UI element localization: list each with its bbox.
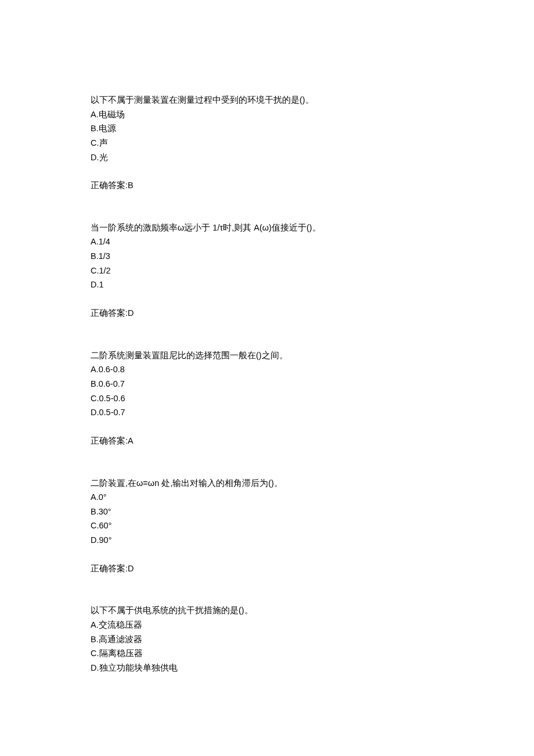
question-option: D.光 — [91, 150, 443, 165]
answer-label: 正确答案: — [91, 564, 128, 573]
question-option: B.1/3 — [91, 249, 443, 264]
question-block: 当一阶系统的激励频率ω远小于 1/τ时,则其 A(ω)值接近于()。 A.1/4… — [91, 221, 443, 321]
answer-value: D — [128, 308, 134, 318]
question-block: 二阶系统测量装置阻尼比的选择范围一般在()之间。 A.0.6-0.8 B.0.6… — [91, 348, 443, 448]
answer-label: 正确答案: — [91, 181, 128, 190]
answer-line: 正确答案:B — [91, 178, 443, 193]
question-stem: 当一阶系统的激励频率ω远小于 1/τ时,则其 A(ω)值接近于()。 — [91, 221, 443, 235]
question-option: C.60° — [91, 519, 443, 533]
answer-label: 正确答案: — [91, 308, 128, 318]
question-option: A.0° — [91, 490, 443, 505]
answer-value: A — [128, 436, 134, 445]
question-option: B.30° — [91, 505, 443, 519]
question-option: A.交流稳压器 — [91, 618, 443, 632]
answer-value: B — [128, 181, 134, 190]
answer-label: 正确答案: — [91, 436, 128, 445]
answer-line: 正确答案:D — [91, 306, 443, 321]
question-block: 以下不属于测量装置在测量过程中受到的环境干扰的是()。 A.电磁场 B.电源 C… — [91, 93, 443, 193]
question-option: D.独立功能块单独供电 — [91, 661, 443, 675]
question-option: C.1/2 — [91, 264, 443, 278]
question-stem: 二阶系统测量装置阻尼比的选择范围一般在()之间。 — [91, 348, 443, 363]
document-page: 以下不属于测量装置在测量过程中受到的环境干扰的是()。 A.电磁场 B.电源 C… — [0, 0, 534, 750]
question-option: C.0.5-0.6 — [91, 391, 443, 406]
question-option: C.隔离稳压器 — [91, 646, 443, 661]
question-stem: 以下不属于测量装置在测量过程中受到的环境干扰的是()。 — [91, 93, 443, 107]
question-option: B.0.6-0.7 — [91, 377, 443, 391]
question-option: D.0.5-0.7 — [91, 405, 443, 420]
question-option: B.高通滤波器 — [91, 632, 443, 647]
question-option: D.90° — [91, 533, 443, 548]
question-option: A.电磁场 — [91, 107, 443, 122]
answer-value: D — [128, 564, 134, 573]
question-option: D.1 — [91, 278, 443, 292]
question-block: 二阶装置,在ω=ωn 处,输出对输入的相角滞后为()。 A.0° B.30° C… — [91, 476, 443, 576]
question-option: A.1/4 — [91, 235, 443, 249]
question-block: 以下不属于供电系统的抗干扰措施的是()。 A.交流稳压器 B.高通滤波器 C.隔… — [91, 603, 443, 675]
question-option: B.电源 — [91, 121, 443, 136]
answer-line: 正确答案:D — [91, 561, 443, 576]
question-stem: 以下不属于供电系统的抗干扰措施的是()。 — [91, 603, 443, 618]
question-option: C.声 — [91, 136, 443, 150]
question-option: A.0.6-0.8 — [91, 362, 443, 377]
answer-line: 正确答案:A — [91, 434, 443, 448]
question-stem: 二阶装置,在ω=ωn 处,输出对输入的相角滞后为()。 — [91, 476, 443, 491]
